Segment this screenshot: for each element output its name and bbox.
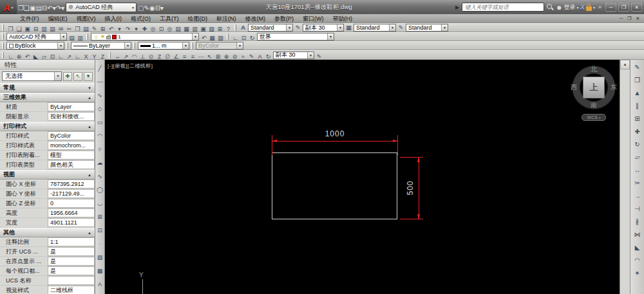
- palette-section-header[interactable]: 打印样式▲: [0, 122, 95, 131]
- gradient-icon[interactable]: ▩: [96, 264, 104, 278]
- workspace-dropdown[interactable]: ☸ AutoCAD 经典 ▾: [66, 3, 137, 12]
- dim-text-height[interactable]: 500: [406, 175, 415, 201]
- fillet-icon[interactable]: ◠: [632, 254, 643, 267]
- layer-lock-icon[interactable]: [106, 36, 111, 39]
- stretch-icon[interactable]: ↔: [632, 164, 643, 177]
- sign-in-button[interactable]: 登录: [564, 3, 576, 12]
- chevron-down-icon[interactable]: ▾: [192, 33, 198, 40]
- array-icon[interactable]: ⊞: [632, 113, 643, 125]
- qat-menu-caret-icon[interactable]: ▾: [160, 5, 164, 12]
- toolbar-grip[interactable]: [227, 33, 229, 40]
- rectangle-icon[interactable]: ▭: [96, 116, 104, 129]
- doc-restore-button[interactable]: ❐: [625, 16, 634, 21]
- scale-icon[interactable]: ▱: [632, 151, 643, 164]
- dim-text-width[interactable]: 1000: [272, 129, 398, 138]
- chevron-down-icon[interactable]: ▾: [124, 42, 131, 49]
- property-value[interactable]: 0: [48, 199, 95, 208]
- dim-style-dropdown[interactable]: 副本 30▾: [303, 24, 344, 32]
- line-icon[interactable]: ╱: [96, 62, 104, 75]
- extend-icon[interactable]: →: [632, 190, 643, 203]
- section-toggle-icon[interactable]: ▲: [88, 96, 91, 100]
- chevron-down-icon[interactable]: ▾: [182, 42, 189, 49]
- toggle-pickadd-icon[interactable]: ✚: [63, 72, 72, 81]
- doc-close-button[interactable]: ✕: [634, 16, 642, 21]
- chevron-down-icon[interactable]: ▾: [389, 24, 395, 31]
- property-value[interactable]: 是: [48, 247, 95, 256]
- view-icon[interactable]: ◉: [149, 5, 155, 12]
- property-value[interactable]: 是: [48, 257, 95, 266]
- mirror-icon[interactable]: ▲: [632, 87, 643, 100]
- dim-style-icon[interactable]: ✎: [294, 24, 302, 32]
- chevron-down-icon[interactable]: ▾: [57, 42, 64, 49]
- vertical-scrollbar[interactable]: ▲: [620, 60, 630, 294]
- new-file-icon[interactable]: ❐: [18, 5, 24, 12]
- chevron-down-icon[interactable]: ▾: [307, 52, 314, 59]
- toolbar-grip[interactable]: [234, 24, 236, 31]
- search-input[interactable]: [462, 3, 544, 12]
- revcloud-icon[interactable]: ☁: [96, 156, 104, 170]
- property-value[interactable]: 787395.2912: [48, 179, 95, 188]
- restore-button[interactable]: ❐: [618, 3, 629, 12]
- scroll-up-button[interactable]: ▲: [620, 60, 630, 69]
- undo-icon[interactable]: ↶: [47, 5, 52, 12]
- workspaces-dropdown[interactable]: AutoCAD 经典▾: [6, 33, 67, 41]
- layer-on-icon[interactable]: ☼: [93, 33, 99, 40]
- viewport-controls[interactable]: [-][俯视][二维线框]: [108, 62, 153, 69]
- menu-item-11[interactable]: 帮助(H): [328, 14, 357, 23]
- batch-plot-icon[interactable]: ⊟: [155, 5, 160, 12]
- arc-icon[interactable]: ◠: [96, 129, 104, 143]
- color-dropdown[interactable]: ByBlock▾: [6, 42, 64, 50]
- palette-section-header[interactable]: 视图▲: [0, 170, 95, 179]
- chevron-down-icon[interactable]: ▾: [54, 72, 61, 80]
- lock-icon[interactable]: [586, 6, 592, 11]
- drawn-rectangle[interactable]: [272, 152, 397, 219]
- search-expand-icon[interactable]: ▶: [455, 5, 459, 10]
- layer-dropdown[interactable]: ☼ ☀ 1 ▾: [91, 33, 199, 41]
- chevron-down-icon[interactable]: ▾: [337, 24, 343, 31]
- exchange-apps-icon[interactable]: X: [580, 3, 585, 11]
- toolbar-grip[interactable]: [66, 42, 68, 49]
- dim-line-vertical[interactable]: [419, 157, 419, 219]
- section-toggle-icon[interactable]: ▲: [88, 231, 91, 235]
- break-icon[interactable]: ∦: [632, 216, 643, 228]
- mleader-style-dropdown[interactable]: Standard▾: [406, 24, 448, 32]
- save-as-icon[interactable]: ▤: [35, 5, 41, 12]
- join-icon[interactable]: ⋈: [632, 228, 643, 241]
- insert-block-icon[interactable]: ⊞: [96, 210, 104, 224]
- circle-icon[interactable]: ○: [96, 143, 104, 156]
- point-icon[interactable]: ∙: [96, 237, 104, 251]
- property-value[interactable]: -217129.49...: [48, 189, 95, 198]
- toolbar-grip[interactable]: [191, 42, 193, 49]
- chevron-down-icon[interactable]: ▾: [441, 24, 448, 31]
- trim-icon[interactable]: ✂: [632, 177, 643, 190]
- render-icon[interactable]: ▢: [138, 5, 144, 12]
- view-dropdown[interactable]: 世界▾: [257, 33, 334, 41]
- view-cube[interactable]: 北 南 西 东 上: [573, 66, 615, 109]
- dim-line-horizontal[interactable]: [272, 141, 398, 142]
- redo-caret-icon[interactable]: ▾: [61, 5, 64, 12]
- make-block-icon[interactable]: ⊡: [96, 224, 104, 237]
- signin-caret-icon[interactable]: ▾: [577, 5, 579, 10]
- viewcube-east-label[interactable]: 东: [611, 83, 617, 92]
- chamfer-icon[interactable]: ◣: [632, 241, 643, 254]
- linetype-dropdown[interactable]: ByLayer▾: [71, 42, 131, 50]
- explode-icon[interactable]: ✶: [632, 267, 643, 280]
- viewcube-top-face[interactable]: 上: [583, 77, 605, 98]
- property-value[interactable]: 颜色相关: [48, 160, 95, 169]
- palette-section-header[interactable]: 常规▼: [0, 83, 95, 93]
- menu-item-8[interactable]: 修改(M): [241, 14, 270, 23]
- section-toggle-icon[interactable]: ▲: [88, 173, 91, 177]
- property-value[interactable]: 二维线框: [48, 286, 95, 294]
- spline-icon[interactable]: ∿: [96, 170, 104, 183]
- palette-section-header[interactable]: 其他▲: [0, 228, 95, 237]
- viewcube-west-label[interactable]: 西: [571, 83, 577, 92]
- select-objects-icon[interactable]: ↖: [73, 72, 82, 81]
- property-value[interactable]: 是: [48, 266, 95, 275]
- property-value[interactable]: ByColor: [48, 131, 95, 140]
- ellipse-arc-icon[interactable]: ◡: [96, 197, 104, 210]
- offset-icon[interactable]: ∥: [632, 100, 643, 113]
- property-value[interactable]: 1:1: [48, 237, 95, 246]
- plot-icon[interactable]: ⊟: [42, 5, 47, 12]
- toolbar-grip[interactable]: [86, 33, 88, 40]
- selection-dropdown[interactable]: 无选择 ▾: [2, 71, 62, 81]
